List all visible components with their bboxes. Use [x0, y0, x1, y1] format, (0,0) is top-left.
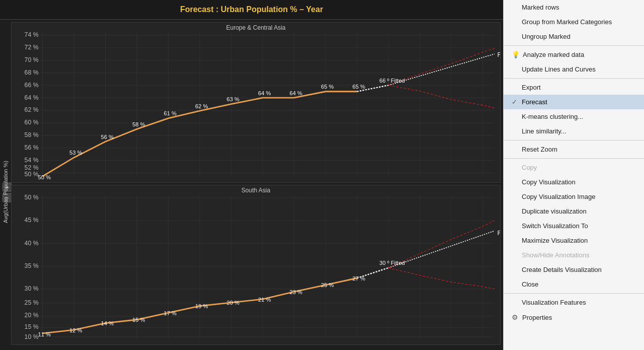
svg-text:12 %: 12 % [69, 327, 82, 333]
svg-text:50 %: 50 % [25, 171, 39, 178]
menu-label-ungroup-marked: Ungroup Marked [522, 33, 571, 40]
y-tick-labels-south-asia: 50 % 45 % 40 % 35 % 30 % 25 % 20 % 15 % … [25, 194, 39, 340]
menu-item-duplicate-vis[interactable]: Duplicate visualization [504, 204, 644, 219]
svg-text:30 %: 30 % [25, 285, 39, 292]
menu-item-maximize-vis[interactable]: Maximize Visualization [504, 233, 644, 248]
svg-text:61 %: 61 % [164, 110, 176, 116]
menu-divider-2 [504, 78, 644, 79]
menu-item-create-details[interactable]: Create Details Visualization [504, 262, 644, 277]
svg-text:62 %: 62 % [25, 106, 39, 113]
menu-item-line-similarity[interactable]: Line similarity... [504, 124, 644, 138]
svg-text:58 %: 58 % [132, 121, 145, 127]
svg-text:53 %: 53 % [69, 150, 82, 156]
menu-label-show-hide: Show/Hide Annotations [522, 251, 589, 259]
svg-text:64 %: 64 % [25, 94, 39, 101]
sub-chart-title-europe: Europe & Central Asia [12, 23, 500, 33]
menu-item-close[interactable]: Close [504, 277, 644, 292]
menu-label-maximize-vis: Maximize Visualization [522, 237, 588, 244]
y-tick-labels-europe: 74 % 72 % 70 % 68 % 66 % 64 % 62 % 60 % … [25, 31, 39, 178]
svg-text:64 %: 64 % [258, 90, 271, 96]
svg-text:64 %: 64 % [289, 90, 302, 96]
svg-text:52 %: 52 % [25, 164, 39, 171]
menu-label-duplicate-vis: Duplicate visualization [522, 207, 587, 215]
menu-item-marked-rows[interactable]: Marked rows [504, 0, 644, 15]
menu-divider-3 [504, 140, 644, 141]
svg-text:35 %: 35 % [25, 262, 39, 269]
menu-divider-5 [504, 293, 644, 294]
menu-item-switch-vis[interactable]: Switch Visualization To [504, 219, 644, 233]
menu-label-forecast: Forecast [522, 98, 547, 106]
svg-text:65 %: 65 % [321, 84, 334, 90]
svg-text:66 º Fitted: 66 º Fitted [379, 78, 405, 84]
menu-label-marked-rows: Marked rows [522, 4, 559, 11]
svg-text:25 %: 25 % [25, 299, 39, 306]
charts-container: Europe & Central Asia 74 % 72 % 70 % 68 … [11, 20, 503, 350]
svg-text:65 %: 65 % [352, 84, 365, 90]
svg-text:15 %: 15 % [25, 323, 39, 330]
sub-chart-title-south-asia: South Asia [12, 185, 500, 195]
menu-item-vis-features[interactable]: Visualization Features [504, 295, 644, 310]
svg-text:68 %: 68 % [25, 69, 39, 76]
menu-item-properties[interactable]: ⚙ Properties [504, 310, 644, 325]
menu-item-copy-visualization[interactable]: Copy Visualization [504, 175, 644, 189]
menu-label-copy-vis-image: Copy Visualization Image [522, 193, 595, 200]
svg-text:14 %: 14 % [101, 320, 113, 326]
svg-text:40 %: 40 % [25, 239, 39, 246]
menu-item-ungroup-marked[interactable]: Ungroup Marked [504, 29, 644, 44]
svg-text:58 %: 58 % [25, 131, 39, 138]
svg-text:66 %: 66 % [25, 82, 39, 89]
check-mark-icon: ✓ [512, 98, 519, 106]
south-asia-forecast-label: Forecast [497, 230, 500, 237]
gear-icon: ⚙ [512, 313, 518, 321]
v-grid-europe [42, 33, 482, 176]
menu-label-kmeans: K-means clustering... [522, 113, 583, 120]
menu-label-export: Export [522, 84, 541, 91]
menu-label-properties: Properties [522, 314, 552, 321]
europe-forecast-label: Forecast [497, 51, 500, 58]
svg-text:10 %: 10 % [25, 333, 39, 340]
menu-item-group-from-marked[interactable]: Group from Marked Categories [504, 15, 644, 29]
svg-text:72 %: 72 % [25, 44, 39, 51]
menu-item-show-hide[interactable]: Show/Hide Annotations [504, 248, 644, 262]
svg-text:45 %: 45 % [25, 217, 39, 224]
svg-text:56 %: 56 % [25, 144, 39, 151]
chart-body: + − Avg(Urban Population %) Europe & Cen… [0, 20, 503, 350]
chart-svg-south-asia: 50 % 45 % 40 % 35 % 30 % 25 % 20 % 15 % … [12, 185, 500, 345]
menu-divider-4 [504, 158, 644, 159]
menu-label-update-lines: Update Lines and Curves [522, 65, 596, 73]
menu-item-update-lines[interactable]: Update Lines and Curves [504, 62, 644, 77]
svg-text:70 %: 70 % [25, 56, 39, 63]
south-asia-lower-band [388, 267, 495, 289]
menu-item-export[interactable]: Export [504, 80, 644, 95]
svg-text:56 %: 56 % [101, 134, 113, 140]
lightbulb-icon: 💡 [512, 51, 520, 58]
svg-text:25 %: 25 % [321, 282, 334, 288]
svg-text:30 º Fitted: 30 º Fitted [379, 260, 405, 266]
v-grid-south-asia [42, 195, 482, 339]
svg-text:15 %: 15 % [132, 317, 145, 323]
menu-label-analyze-marked: Analyze marked data [523, 51, 584, 58]
svg-text:21 %: 21 % [258, 296, 271, 302]
svg-text:19 %: 19 % [195, 303, 208, 309]
x-axis-area: 1960 1965 1970 1975 1980 1985 1990 1995 … [11, 347, 501, 350]
menu-label-group-from-marked: Group from Marked Categories [522, 18, 612, 26]
chart-area: Forecast : Urban Population % – Year + −… [0, 0, 503, 350]
svg-text:20 %: 20 % [226, 300, 239, 306]
h-grid-south-asia [41, 197, 495, 336]
menu-item-reset-zoom[interactable]: Reset Zoom [504, 142, 644, 157]
menu-item-kmeans[interactable]: K-means clustering... [504, 109, 644, 124]
menu-label-copy: Copy [522, 164, 537, 171]
svg-text:54 %: 54 % [25, 157, 39, 164]
menu-item-forecast[interactable]: ✓ Forecast [504, 95, 644, 109]
menu-item-analyze-marked[interactable]: 💡 Analyze marked data [504, 47, 644, 62]
europe-data-labels: 50 % 53 % 56 % 58 % 61 % 62 % 63 % 64 % … [38, 78, 405, 180]
h-grid-europe [41, 35, 495, 173]
svg-text:27 %: 27 % [352, 275, 365, 281]
sub-chart-europe: Europe & Central Asia 74 % 72 % 70 % 68 … [11, 22, 501, 183]
svg-text:63 %: 63 % [226, 96, 239, 102]
menu-label-reset-zoom: Reset Zoom [522, 146, 557, 153]
menu-label-create-details: Create Details Visualization [522, 266, 602, 273]
menu-divider-1 [504, 45, 644, 46]
chart-svg-europe: 74 % 72 % 70 % 68 % 66 % 64 % 62 % 60 % … [12, 23, 500, 182]
menu-item-copy-vis-image[interactable]: Copy Visualization Image [504, 189, 644, 204]
